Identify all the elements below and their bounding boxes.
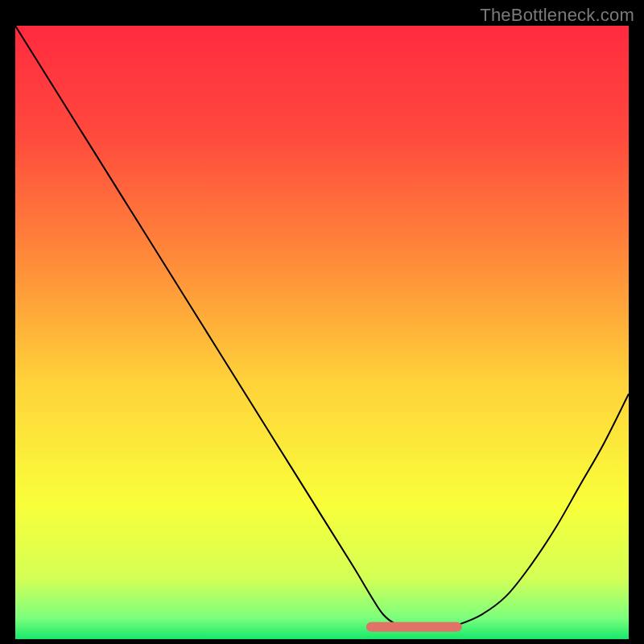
chart-svg xyxy=(15,26,629,639)
gradient-background xyxy=(15,26,629,639)
chart-frame: TheBottleneck.com xyxy=(0,0,644,644)
chart-plot-area xyxy=(15,26,629,639)
watermark-text: TheBottleneck.com xyxy=(480,5,634,26)
